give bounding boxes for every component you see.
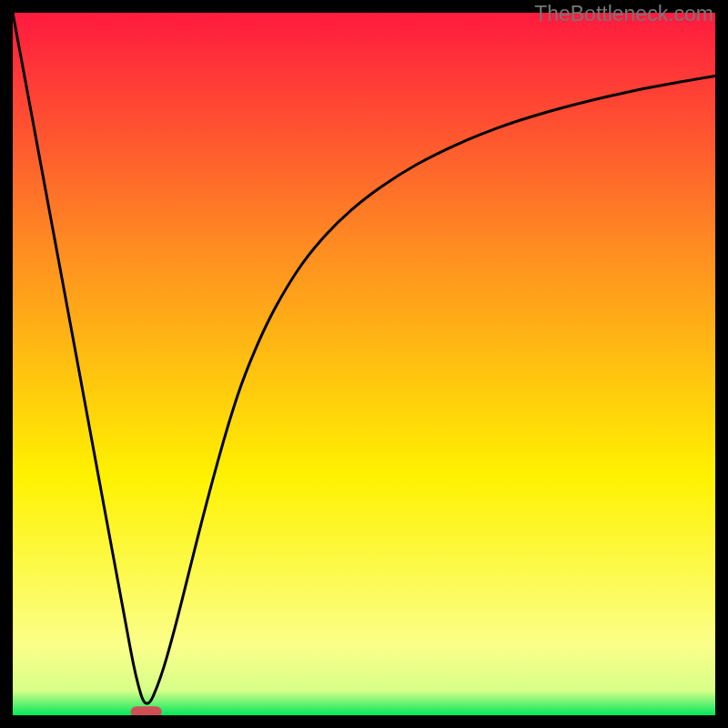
optimum-marker: [131, 706, 162, 715]
gradient-background: [13, 13, 715, 715]
chart-frame: [13, 13, 715, 715]
bottleneck-chart: [13, 13, 715, 715]
watermark-text: TheBottleneck.com: [534, 2, 713, 26]
